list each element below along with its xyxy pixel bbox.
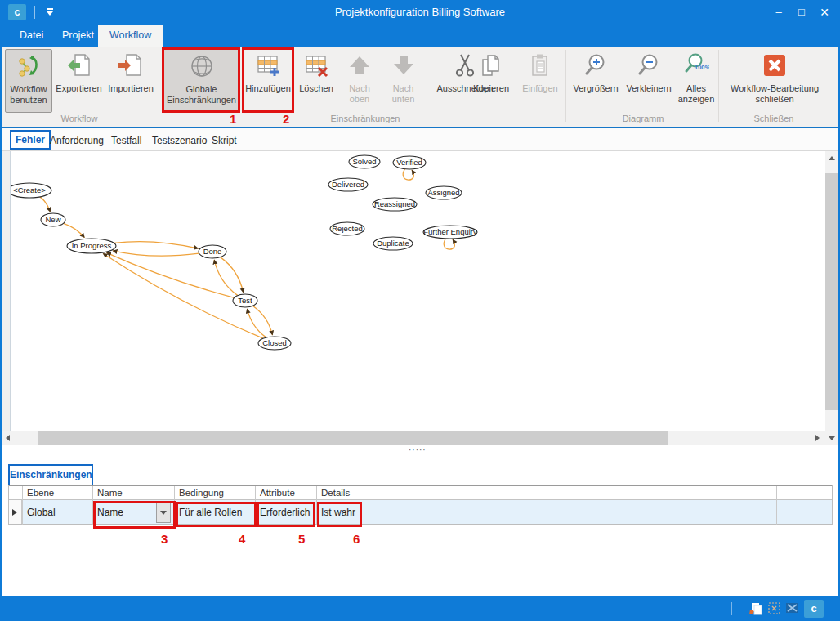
column-header-ebene[interactable]: Ebene <box>27 486 54 500</box>
group-separator <box>565 50 566 122</box>
constraints-panel: Einschränkungen Ebene Name Bedingung Att… <box>2 458 838 596</box>
close-workflow-icon <box>724 49 825 83</box>
grid-line <box>316 486 317 525</box>
scroll-right-icon[interactable] <box>811 431 824 445</box>
nach-oben-button[interactable]: Nach oben <box>338 49 381 113</box>
tab-fehler[interactable]: Fehler <box>10 130 51 150</box>
statusbar-separator <box>731 602 732 615</box>
menu-tab-workflow[interactable]: Workflow <box>98 25 163 47</box>
alles-anzeigen-button[interactable]: 100% Alles anzeigen <box>675 49 717 113</box>
add-table-icon <box>243 49 293 83</box>
workflow-bearbeitung-schliessen-button[interactable]: Workflow-Bearbeitung schließen <box>724 49 825 113</box>
group-separator <box>718 50 719 122</box>
splitter-grip-icon: ····· <box>409 445 427 454</box>
workflow-edge[interactable] <box>107 252 235 297</box>
workflow-diagram-canvas[interactable]: <Create>NewIn ProgressDoneTestClosedSolv… <box>10 151 825 431</box>
tab-testfall[interactable]: Testfall <box>107 132 145 150</box>
vertical-scrollbar[interactable] <box>825 151 838 445</box>
scroll-up-icon[interactable] <box>825 151 838 164</box>
nach-unten-button[interactable]: Nach unten <box>382 49 425 113</box>
workflow-edge[interactable] <box>252 306 272 335</box>
annotation-number-3: 3 <box>161 532 168 546</box>
loeschen-button[interactable]: Löschen <box>295 49 337 113</box>
workflow-self-loop-edge[interactable] <box>403 168 413 180</box>
minimize-button[interactable]: – <box>768 0 789 25</box>
ribbon-button-label: Importieren <box>105 83 156 94</box>
ribbon-button-label: Alles anzeigen <box>675 83 717 105</box>
zoom-out-icon <box>623 49 675 83</box>
delete-table-icon <box>295 49 337 83</box>
column-header-bedingung[interactable]: Bedingung <box>179 486 224 500</box>
ribbon-button-label: Vergrößern <box>569 83 623 94</box>
hinzufuegen-button[interactable]: Hinzufügen <box>243 49 293 113</box>
column-header-attribute[interactable]: Attribute <box>260 486 295 500</box>
ribbon-button-label: Exportieren <box>54 83 104 94</box>
ribbon-button-label: Löschen <box>295 83 337 94</box>
horizontal-scrollbar-thumb[interactable] <box>38 431 668 445</box>
column-header-name[interactable]: Name <box>97 486 123 500</box>
importieren-button[interactable]: Importieren <box>105 49 156 113</box>
ribbon-button-label: Workflow benutzen <box>6 84 51 105</box>
workflow-benutzen-button[interactable]: Workflow benutzen <box>5 49 52 113</box>
cell-name-dropdown-value[interactable]: Name <box>97 500 123 525</box>
annotation-number-2: 2 <box>283 112 289 126</box>
workflow-node-label: <Create> <box>13 185 46 194</box>
workflow-edge[interactable] <box>40 197 51 212</box>
workflow-node-label: Reassigned <box>374 199 415 208</box>
close-button[interactable]: ✕ <box>814 0 835 25</box>
ribbon-group-label: Einschränkungen <box>312 114 418 123</box>
cell-attribute[interactable]: Erforderlich <box>260 500 310 525</box>
vergroessern-button[interactable]: Vergrößern <box>569 49 623 113</box>
workflow-node-label: New <box>45 215 60 224</box>
workflow-edge[interactable] <box>64 223 85 237</box>
column-header-details[interactable]: Details <box>321 486 350 500</box>
ribbon-group-label: Workflow <box>26 114 132 123</box>
mail-close-icon[interactable] <box>786 602 798 617</box>
verkleinern-button[interactable]: Verkleinern <box>623 49 675 113</box>
globale-einschraenkungen-button[interactable]: Globale Einschränkungen <box>163 49 240 113</box>
einfuegen-button[interactable]: Einfügen <box>518 49 562 113</box>
workflow-node-label: Closed <box>262 338 287 347</box>
menu-tab-projekt[interactable]: Projekt <box>51 25 105 47</box>
name-dropdown-button[interactable] <box>156 502 171 523</box>
workflow-self-loop-edge[interactable] <box>444 238 454 249</box>
workflow-node-label: Assigned <box>427 188 459 197</box>
export-pages-icon[interactable] <box>748 602 762 619</box>
maximize-button[interactable]: □ <box>791 0 812 25</box>
workflow-edge[interactable] <box>221 257 244 293</box>
annotation-number-6: 6 <box>353 532 360 546</box>
horizontal-scrollbar[interactable] <box>2 431 825 445</box>
workflow-edge[interactable] <box>114 242 199 249</box>
tab-testszenario[interactable]: Testszenario <box>148 132 211 150</box>
exportieren-button[interactable]: Exportieren <box>54 49 104 113</box>
workflow-edge[interactable] <box>214 260 238 296</box>
selection-box-icon[interactable] <box>768 602 780 618</box>
tab-anforderung[interactable]: Anforderung <box>46 132 108 150</box>
panel-splitter[interactable]: ····· <box>2 445 838 458</box>
copy-icon <box>462 49 521 83</box>
window-title: Projektkonfiguration Billing Software <box>0 0 840 25</box>
scroll-left-icon[interactable] <box>2 431 15 445</box>
down-arrow-icon <box>382 49 425 83</box>
cell-details[interactable]: Ist wahr <box>321 500 355 525</box>
app-logo-statusbar-icon[interactable]: c <box>804 600 824 618</box>
ribbon-button-label: Nach oben <box>338 83 381 105</box>
grid-line <box>255 486 256 525</box>
workflow-node-label: Solved <box>352 157 376 166</box>
zoom-fit-icon: 100% <box>675 49 717 83</box>
titlebar: c Projektkonfiguration Billing Software … <box>0 0 840 25</box>
tab-skript[interactable]: Skript <box>208 132 241 150</box>
grid-line <box>776 486 777 525</box>
kopieren-button[interactable]: Kopieren <box>462 49 521 113</box>
chevron-down-icon <box>160 511 167 515</box>
tab-einschraenkungen[interactable]: Einschränkungen <box>8 464 93 485</box>
cell-bedingung[interactable]: Für alle Rollen <box>179 500 242 525</box>
annotation-number-1: 1 <box>230 112 236 126</box>
application-window: c Projektkonfiguration Billing Software … <box>0 0 840 621</box>
menu-tab-datei[interactable]: Datei <box>8 25 55 47</box>
ribbon-button-label: Hinzufügen <box>243 83 293 94</box>
use-workflow-icon <box>6 50 51 84</box>
workflow-edge[interactable] <box>113 251 199 256</box>
vertical-scrollbar-thumb[interactable] <box>825 173 838 410</box>
scroll-down-icon[interactable] <box>825 431 838 445</box>
